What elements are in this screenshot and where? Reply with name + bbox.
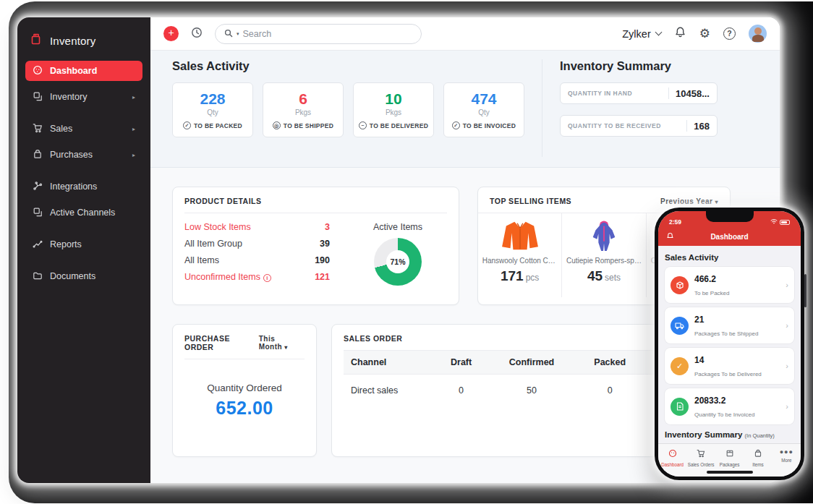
bell-icon[interactable] [674,26,686,41]
sidebar: Inventory Dashboard Inventory [17,17,150,483]
org-name: Zylker [622,28,650,40]
product-image-blue-romper [589,218,618,254]
card-to-be-shipped[interactable]: 6 Pkgs ◎TO BE SHIPPED [263,82,344,137]
purchases-bag-icon [33,149,43,161]
range-dropdown[interactable]: Previous Year▾ [660,197,718,205]
donut-title: Active Items [349,222,447,232]
purchase-order-card: PURCHASE ORDER This Month▾ Quantity Orde… [172,324,317,457]
metric-value: 21 [694,315,704,325]
metric-unit: Qty [478,108,490,116]
metric-value: 228 [200,90,225,108]
row-label: All Items [184,255,219,265]
sidebar-item-label: Documents [50,271,95,281]
metric-value: 14 [694,355,704,365]
history-clock-icon[interactable] [190,26,203,42]
activity-band: Sales Activity 228 Qty ✓TO BE PACKED 6 P… [150,51,780,168]
phone-to-be-shipped[interactable]: 21Packages To be Shipped › [665,307,794,343]
card-to-be-invoiced[interactable]: 474 Qty ✓TO BE INVOICED [443,82,524,137]
packages-tab-icon [725,448,734,461]
top-item-1[interactable]: Hanswooly Cotton Cas... 171pcs [478,213,562,297]
check-circle-icon: ✓ [452,121,460,129]
col-draft: Draft [435,351,488,375]
top-item-2[interactable]: Cutiepie Rompers-spo... 45sets [562,213,646,297]
inventory-logo-icon [29,32,43,49]
quick-create-button[interactable]: + [163,26,179,41]
chevron-right-icon: › [786,281,788,289]
all-item-group-row[interactable]: All Item Group 39 [184,239,330,249]
sidebar-item-purchases[interactable]: Purchases ▸ [25,145,142,165]
card-divider [184,359,305,359]
unconfirmed-items-row[interactable]: Unconfirmed Itemsi 121 [184,272,330,282]
cell-draft: 0 [435,375,488,407]
submenu-arrow-icon: ▸ [132,152,135,158]
quantity-to-be-received-pill[interactable]: QUANTITY TO BE RECEIVED 168 [560,115,718,137]
sidebar-item-inventory[interactable]: Inventory ▸ [25,87,142,107]
metric-label: Quantity Ordered [184,383,305,393]
help-icon[interactable]: ? [723,27,736,40]
quantity-in-hand-pill[interactable]: QUANTITY IN HAND 10458... [560,82,718,104]
row-label: Low Stock Items [184,222,251,232]
phone-mockup: 2:59 Dashboard Sales Activity [655,208,804,480]
tab-more[interactable]: ●●● More [772,448,801,477]
sales-activity-section: Sales Activity 228 Qty ✓TO BE PACKED 6 P… [172,59,524,167]
app-logo[interactable]: Inventory [17,29,150,61]
all-items-row[interactable]: All Items 190 [184,255,330,265]
active-items-donut: 71% [374,238,422,286]
sidebar-item-label: Dashboard [50,66,97,76]
inventory-box-icon [33,91,43,103]
col-channel: Channel [344,351,435,375]
info-icon: i [263,274,271,282]
search-bar[interactable]: ▾ [215,24,422,44]
phone-inventory-summary-suffix: (In Quantity) [745,432,775,439]
tab-label: More [781,458,791,463]
card-title: TOP SELLING ITEMS [490,197,571,205]
pill-divider [686,120,687,132]
org-switcher[interactable]: Zylker [622,28,660,40]
sidebar-item-integrations[interactable]: Integrations [25,176,142,197]
col-confirmed: Confirmed [488,351,576,375]
sidebar-item-sales[interactable]: Sales ▸ [25,119,142,139]
sidebar-item-active-channels[interactable]: Active Channels [25,202,142,223]
check-icon: ✓ [671,357,689,375]
phone-side-button [804,274,806,307]
row-value: 3 [325,222,330,232]
range-dropdown[interactable]: This Month▾ [259,335,305,351]
row-value: 39 [320,239,330,249]
col-packed: Packed [576,351,644,375]
low-stock-items-row[interactable]: Low Stock Items 3 [184,222,330,232]
cell-channel: Direct sales [344,375,435,407]
product-name: Cutiepie Rompers-spo... [566,257,642,265]
avatar[interactable] [749,25,767,43]
sidebar-item-documents[interactable]: Documents [25,266,142,286]
phone-nav-bar: Dashboard [658,227,801,246]
card-to-be-packed[interactable]: 228 Qty ✓TO BE PACKED [172,82,253,137]
sidebar-item-label: Sales [50,124,72,134]
home-indicator[interactable] [707,471,753,474]
phone-to-be-packed[interactable]: 466.2To be Packed › [665,267,794,303]
product-name: Hanswooly Cotton Cas... [482,257,558,265]
sales-orders-tab-icon [697,448,705,461]
dash-circle-icon: − [359,121,367,129]
more-tab-icon: ●●● [780,448,793,456]
phone-to-be-invoiced[interactable]: 20833.2Quantity To be Invoiced › [665,388,794,424]
search-input[interactable] [243,29,412,39]
chevron-right-icon: › [786,362,788,370]
metric-value: 6 [299,90,307,108]
tab-label: Packages [720,462,740,467]
sidebar-item-dashboard[interactable]: Dashboard [25,61,142,81]
product-image-orange-cardigan [499,218,541,254]
sidebar-item-reports[interactable]: Reports [25,234,142,255]
gear-icon[interactable]: ⚙ [699,27,710,40]
card-to-be-delivered[interactable]: 10 Pkgs −TO BE DELIVERED [353,82,434,137]
sidebar-item-label: Purchases [50,150,93,160]
search-scope-caret-icon[interactable]: ▾ [237,31,239,37]
metric-label: TO BE DELIVERED [370,122,428,129]
bell-icon[interactable] [666,230,674,243]
chevron-right-icon: › [786,321,788,330]
reports-icon [33,239,43,251]
row-label: Unconfirmed Items [184,272,260,282]
phone-to-be-delivered[interactable]: ✓ 14Packages To be Delivered › [665,348,794,384]
metric-label: Packages To be Delivered [694,371,762,377]
check-circle-icon: ✓ [183,121,191,129]
tab-dashboard[interactable]: Dashboard [658,448,686,477]
